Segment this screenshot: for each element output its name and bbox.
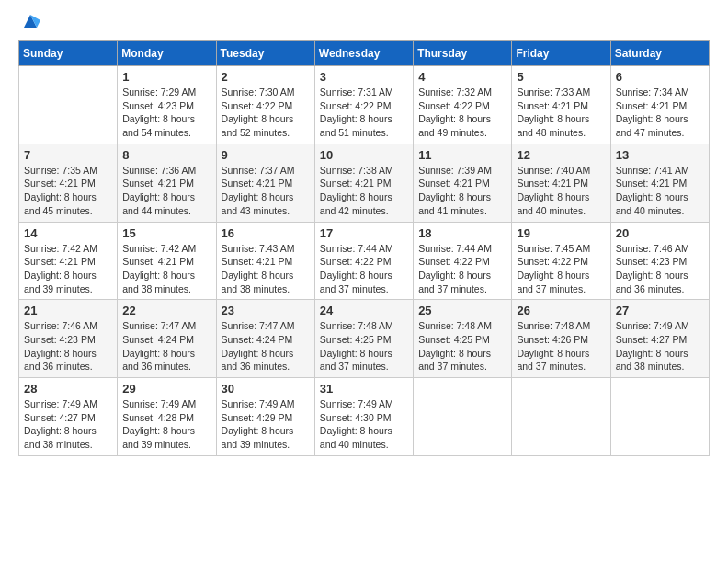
calendar-cell: 12 Sunrise: 7:40 AMSunset: 4:21 PMDaylig… [512, 144, 610, 222]
day-info: Sunrise: 7:49 AMSunset: 4:30 PMDaylight:… [320, 397, 408, 452]
calendar-cell [414, 378, 512, 456]
calendar-table: SundayMondayTuesdayWednesdayThursdayFrid… [18, 40, 710, 456]
day-info: Sunrise: 7:47 AMSunset: 4:24 PMDaylight:… [122, 319, 210, 373]
logo-icon [20, 11, 40, 31]
day-info: Sunrise: 7:43 AMSunset: 4:21 PMDaylight:… [222, 242, 310, 296]
day-info: Sunrise: 7:37 AMSunset: 4:21 PMDaylight:… [222, 164, 310, 218]
day-number: 12 [517, 148, 605, 162]
day-number: 29 [122, 382, 210, 396]
day-number: 14 [24, 226, 112, 240]
day-info: Sunrise: 7:49 AMSunset: 4:29 PMDaylight:… [222, 397, 310, 452]
day-number: 23 [222, 304, 310, 317]
day-info: Sunrise: 7:44 AMSunset: 4:22 PMDaylight:… [418, 242, 506, 296]
calendar-cell: 20 Sunrise: 7:46 AMSunset: 4:23 PMDaylig… [610, 222, 709, 300]
calendar-cell [512, 378, 610, 456]
day-number: 19 [517, 226, 605, 240]
day-number: 15 [122, 226, 210, 240]
day-info: Sunrise: 7:47 AMSunset: 4:24 PMDaylight:… [222, 319, 310, 373]
calendar-cell: 11 Sunrise: 7:39 AMSunset: 4:21 PMDaylig… [414, 144, 512, 222]
calendar-cell: 25 Sunrise: 7:48 AMSunset: 4:25 PMDaylig… [414, 300, 512, 378]
weekday-header-row: SundayMondayTuesdayWednesdayThursdayFrid… [19, 41, 710, 66]
weekday-header: Saturday [610, 41, 709, 66]
calendar-cell: 16 Sunrise: 7:43 AMSunset: 4:21 PMDaylig… [216, 222, 314, 300]
calendar-cell: 13 Sunrise: 7:41 AMSunset: 4:21 PMDaylig… [610, 144, 709, 222]
day-number: 30 [222, 382, 310, 396]
page-header [18, 18, 710, 31]
day-number: 2 [222, 70, 310, 84]
day-info: Sunrise: 7:34 AMSunset: 4:21 PMDaylight:… [616, 86, 704, 140]
day-info: Sunrise: 7:40 AMSunset: 4:21 PMDaylight:… [517, 164, 605, 218]
day-number: 11 [418, 148, 506, 162]
calendar-cell: 3 Sunrise: 7:31 AMSunset: 4:22 PMDayligh… [314, 66, 413, 144]
day-number: 9 [222, 148, 310, 162]
weekday-header: Friday [512, 41, 610, 66]
calendar-cell: 27 Sunrise: 7:49 AMSunset: 4:27 PMDaylig… [610, 300, 709, 378]
day-info: Sunrise: 7:44 AMSunset: 4:22 PMDaylight:… [320, 242, 408, 296]
day-number: 13 [616, 148, 704, 162]
day-info: Sunrise: 7:39 AMSunset: 4:21 PMDaylight:… [418, 164, 506, 218]
day-number: 26 [517, 304, 605, 317]
weekday-header: Monday [118, 41, 216, 66]
logo [18, 18, 40, 31]
day-number: 18 [418, 226, 506, 240]
day-number: 28 [24, 382, 112, 396]
day-number: 20 [616, 226, 704, 240]
calendar-week-row: 21 Sunrise: 7:46 AMSunset: 4:23 PMDaylig… [19, 300, 710, 378]
calendar-cell: 30 Sunrise: 7:49 AMSunset: 4:29 PMDaylig… [216, 378, 314, 456]
weekday-header: Sunday [19, 41, 118, 66]
day-info: Sunrise: 7:33 AMSunset: 4:21 PMDaylight:… [517, 86, 605, 140]
weekday-header: Thursday [414, 41, 512, 66]
day-number: 5 [517, 70, 605, 84]
calendar-cell: 28 Sunrise: 7:49 AMSunset: 4:27 PMDaylig… [19, 378, 118, 456]
day-number: 6 [616, 70, 704, 84]
day-number: 27 [616, 304, 704, 317]
calendar-cell: 31 Sunrise: 7:49 AMSunset: 4:30 PMDaylig… [314, 378, 413, 456]
calendar-week-row: 7 Sunrise: 7:35 AMSunset: 4:21 PMDayligh… [19, 144, 710, 222]
calendar-week-row: 28 Sunrise: 7:49 AMSunset: 4:27 PMDaylig… [19, 378, 710, 456]
day-info: Sunrise: 7:36 AMSunset: 4:21 PMDaylight:… [122, 164, 210, 218]
day-info: Sunrise: 7:30 AMSunset: 4:22 PMDaylight:… [222, 86, 310, 140]
day-number: 1 [122, 70, 210, 84]
day-info: Sunrise: 7:42 AMSunset: 4:21 PMDaylight:… [24, 242, 112, 296]
day-number: 22 [122, 304, 210, 317]
calendar-cell: 15 Sunrise: 7:42 AMSunset: 4:21 PMDaylig… [118, 222, 216, 300]
calendar-cell: 21 Sunrise: 7:46 AMSunset: 4:23 PMDaylig… [19, 300, 118, 378]
calendar-cell [19, 66, 118, 144]
day-info: Sunrise: 7:41 AMSunset: 4:21 PMDaylight:… [616, 164, 704, 218]
calendar-cell: 7 Sunrise: 7:35 AMSunset: 4:21 PMDayligh… [19, 144, 118, 222]
weekday-header: Wednesday [314, 41, 413, 66]
day-number: 8 [122, 148, 210, 162]
day-info: Sunrise: 7:46 AMSunset: 4:23 PMDaylight:… [24, 319, 112, 373]
calendar-cell: 6 Sunrise: 7:34 AMSunset: 4:21 PMDayligh… [610, 66, 709, 144]
calendar-cell: 22 Sunrise: 7:47 AMSunset: 4:24 PMDaylig… [118, 300, 216, 378]
day-info: Sunrise: 7:49 AMSunset: 4:28 PMDaylight:… [122, 397, 210, 452]
calendar-cell: 24 Sunrise: 7:48 AMSunset: 4:25 PMDaylig… [314, 300, 413, 378]
day-number: 25 [418, 304, 506, 317]
day-number: 3 [320, 70, 408, 84]
calendar-cell: 23 Sunrise: 7:47 AMSunset: 4:24 PMDaylig… [216, 300, 314, 378]
calendar-week-row: 14 Sunrise: 7:42 AMSunset: 4:21 PMDaylig… [19, 222, 710, 300]
calendar-week-row: 1 Sunrise: 7:29 AMSunset: 4:23 PMDayligh… [19, 66, 710, 144]
day-info: Sunrise: 7:35 AMSunset: 4:21 PMDaylight:… [24, 164, 112, 218]
day-info: Sunrise: 7:45 AMSunset: 4:22 PMDaylight:… [517, 242, 605, 296]
day-info: Sunrise: 7:29 AMSunset: 4:23 PMDaylight:… [122, 86, 210, 140]
calendar-cell [610, 378, 709, 456]
weekday-header: Tuesday [216, 41, 314, 66]
day-info: Sunrise: 7:38 AMSunset: 4:21 PMDaylight:… [320, 164, 408, 218]
day-info: Sunrise: 7:31 AMSunset: 4:22 PMDaylight:… [320, 86, 408, 140]
calendar-cell: 9 Sunrise: 7:37 AMSunset: 4:21 PMDayligh… [216, 144, 314, 222]
day-info: Sunrise: 7:48 AMSunset: 4:25 PMDaylight:… [320, 319, 408, 373]
calendar-cell: 17 Sunrise: 7:44 AMSunset: 4:22 PMDaylig… [314, 222, 413, 300]
calendar-cell: 14 Sunrise: 7:42 AMSunset: 4:21 PMDaylig… [19, 222, 118, 300]
day-number: 17 [320, 226, 408, 240]
day-info: Sunrise: 7:46 AMSunset: 4:23 PMDaylight:… [616, 242, 704, 296]
day-info: Sunrise: 7:48 AMSunset: 4:25 PMDaylight:… [418, 319, 506, 373]
calendar-cell: 10 Sunrise: 7:38 AMSunset: 4:21 PMDaylig… [314, 144, 413, 222]
calendar-cell: 29 Sunrise: 7:49 AMSunset: 4:28 PMDaylig… [118, 378, 216, 456]
day-number: 24 [320, 304, 408, 317]
calendar-cell: 1 Sunrise: 7:29 AMSunset: 4:23 PMDayligh… [118, 66, 216, 144]
day-number: 21 [24, 304, 112, 317]
calendar-cell: 5 Sunrise: 7:33 AMSunset: 4:21 PMDayligh… [512, 66, 610, 144]
calendar-cell: 4 Sunrise: 7:32 AMSunset: 4:22 PMDayligh… [414, 66, 512, 144]
day-number: 10 [320, 148, 408, 162]
